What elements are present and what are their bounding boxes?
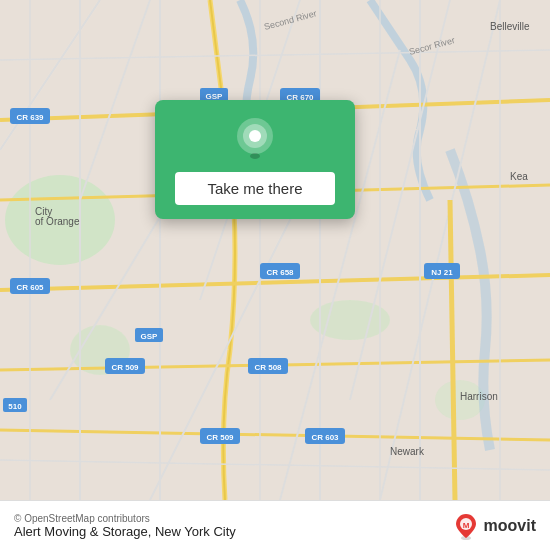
- map-svg: CR 639 CR 670 CR 658 CR 605 CR 509 CR 50…: [0, 0, 550, 500]
- cr509-lower-badge: CR 509: [206, 433, 234, 442]
- 510-badge: 510: [8, 402, 22, 411]
- cr605-badge: CR 605: [16, 283, 44, 292]
- city-of-orange-label2: of Orange: [35, 216, 80, 227]
- bottom-bar: © OpenStreetMap contributors Alert Movin…: [0, 500, 550, 550]
- location-title: Alert Moving & Storage, New York City: [14, 524, 236, 539]
- moovit-logo: M moovit: [452, 512, 536, 540]
- gsp2-badge: GSP: [141, 332, 159, 341]
- moovit-icon-svg: M: [452, 512, 480, 540]
- harrison-label: Harrison: [460, 391, 498, 402]
- svg-point-43: [249, 130, 261, 142]
- cr509-upper-badge: CR 509: [111, 363, 139, 372]
- take-me-there-button[interactable]: Take me there: [175, 172, 335, 205]
- cr508-badge: CR 508: [254, 363, 282, 372]
- kearny-label: Kea: [510, 171, 528, 182]
- cr639-badge: CR 639: [16, 113, 44, 122]
- svg-point-3: [310, 300, 390, 340]
- map-container: CR 639 CR 670 CR 658 CR 605 CR 509 CR 50…: [0, 0, 550, 500]
- pin-icon: [233, 118, 277, 162]
- svg-point-44: [250, 153, 260, 159]
- moovit-text: moovit: [484, 517, 536, 535]
- cr603-badge: CR 603: [311, 433, 339, 442]
- belleville-label: Belleville: [490, 21, 530, 32]
- bottom-left-info: © OpenStreetMap contributors Alert Movin…: [14, 513, 236, 539]
- cr658-badge: CR 658: [266, 268, 294, 277]
- copyright-text: © OpenStreetMap contributors: [14, 513, 236, 524]
- svg-text:M: M: [462, 521, 469, 530]
- newark-label: Newark: [390, 446, 425, 457]
- nj21-badge: NJ 21: [431, 268, 453, 277]
- location-card: Take me there: [155, 100, 355, 219]
